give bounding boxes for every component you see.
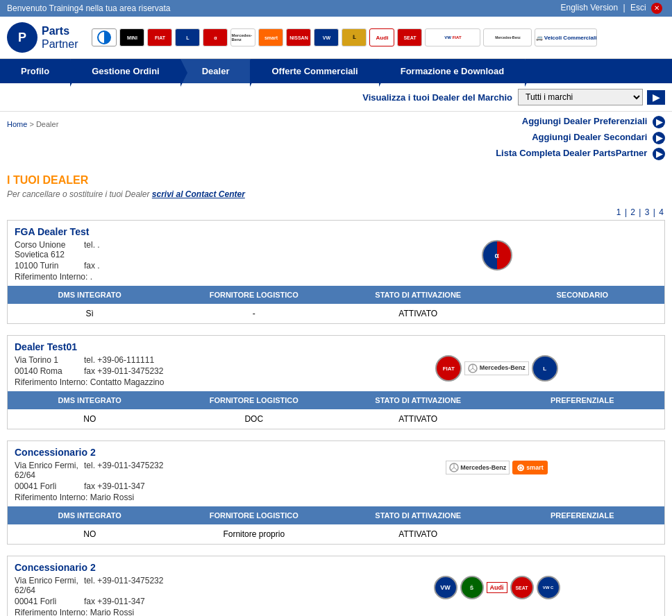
- mercedes-brand-logo: Mercedes-Benz: [230, 28, 255, 46]
- dealer-fga-table-header: DMS INTEGRATO FORNITORE LOGISTICO STATO …: [8, 286, 664, 304]
- dealer-fga-logos: α: [336, 240, 657, 271]
- dealer-fga-tel: tel. .: [84, 240, 100, 259]
- vw-brand-logo: VW: [314, 28, 339, 46]
- dealer-fga-address: Corso Unione Sovietica 612 tel. . 10100 …: [15, 240, 336, 283]
- vw-logo-conc2b: VW: [434, 576, 457, 599]
- add-sec-arrow-icon: ▶: [653, 132, 665, 144]
- dealer-fga-name: FGA Dealer Test: [15, 226, 657, 237]
- dealer-conc2a-ref: Riferimento Interno: Mario Rossi: [15, 493, 336, 502]
- breadcrumb-home-link[interactable]: Home: [7, 120, 27, 128]
- dealer-card-fga: FGA Dealer Test Corso Unione Sovietica 6…: [7, 220, 665, 324]
- page-4-link[interactable]: 4: [659, 207, 664, 217]
- page-1-link[interactable]: 1: [616, 207, 621, 217]
- add-preferenziali-link[interactable]: Aggiungi Dealer Preferenziali ▶: [522, 116, 665, 128]
- page-3-link[interactable]: 3: [645, 207, 650, 217]
- dealer-test01-table-header: DMS INTEGRATO FORNITORE LOGISTICO STATO …: [8, 391, 664, 409]
- seat-brand-logo: SEAT: [397, 28, 422, 46]
- audi-brand-logo: Audi: [369, 28, 394, 46]
- nav-bar: Profilo Gestione Ordini Dealer Offerte C…: [0, 59, 672, 83]
- breadcrumb: Home > Dealer: [7, 116, 58, 132]
- audi-logo-conc2b: Audi: [487, 582, 507, 593]
- marchio-select[interactable]: Tutti i marchiAlfa RomeoFiatMercedes-Ben…: [518, 89, 643, 105]
- vw-group-logo: VW FIAT: [425, 28, 480, 46]
- dealer-fga-table-row: Sì - ATTIVATO: [8, 304, 664, 323]
- visualizza-label: Visualizza i tuoi Dealer del Marchio: [362, 92, 512, 103]
- dealer-conc2a-city: 00041 Forlì: [15, 481, 84, 491]
- exit-link[interactable]: Esci: [630, 3, 646, 12]
- action-link-lista[interactable]: Lista Completa Dealer PartsPartner ▶: [496, 148, 665, 162]
- brand-logos-bar: MINI FIAT L α Mercedes-Benz smart NISSAN…: [92, 28, 597, 46]
- action-links-area: Aggiungi Dealer Preferenziali ▶ Aggiungi…: [496, 116, 665, 162]
- english-version-link[interactable]: English Version: [560, 3, 618, 12]
- lamborghini-brand-logo: 𝕃: [342, 28, 367, 46]
- dealer-conc2b-name: Concessionario 2: [15, 562, 657, 573]
- page-2-link[interactable]: 2: [630, 207, 635, 217]
- mini-brand-logo: MINI: [119, 28, 144, 46]
- bmw-brand-logo: [92, 28, 117, 46]
- add-secondari-link[interactable]: Aggiungi Dealer Secondari ▶: [532, 132, 665, 144]
- dealer-test01-addr1: Via Torino 1: [15, 355, 84, 365]
- breadcrumb-current: Dealer: [36, 120, 58, 128]
- lancia-circle-logo: L: [532, 355, 558, 382]
- logo-icon: P: [7, 22, 37, 53]
- add-pref-arrow-icon: ▶: [653, 116, 665, 128]
- vwcom-logo-conc2b: VW C: [537, 576, 560, 599]
- dealer-fga-city: 10100 Turin: [15, 261, 84, 271]
- logo-parts: Parts: [42, 24, 78, 37]
- nav-profilo[interactable]: Profilo: [0, 59, 71, 83]
- dealer-card-test01: Dealer Test01 Via Torino 1 tel. +39-06-1…: [7, 335, 665, 429]
- dealer-conc2a-logos: Mercedes-Benz ⊛ smart: [336, 461, 657, 474]
- dealer-conc2b-city: 00041 Forlì: [15, 597, 84, 606]
- alfa-brand-logo: α: [203, 28, 228, 46]
- dealer-conc2b-fax: fax +39-011-347: [84, 597, 145, 606]
- dealer-test01-address: Via Torino 1 tel. +39-06-111111 00140 Ro…: [15, 355, 336, 388]
- dealer-conc2a-info-row: Via Enrico Fermi, 62/64 tel. +39-011-347…: [15, 461, 657, 504]
- nav-gestione-ordini[interactable]: Gestione Ordini: [71, 59, 181, 83]
- action-link-add-pref[interactable]: Aggiungi Dealer Preferenziali ▶: [522, 116, 665, 130]
- smart-brand-logo: smart: [258, 28, 283, 46]
- seat-logo-conc2b: SEAT: [510, 576, 534, 599]
- dealer-section-title: I TUOI DEALER: [7, 174, 665, 187]
- nav-offerte-commerciali[interactable]: Offerte Commerciali: [251, 59, 379, 83]
- dealer-card-conc2a: Concessionario 2 Via Enrico Fermi, 62/64…: [7, 440, 665, 545]
- dealer-test01-info-row: Via Torino 1 tel. +39-06-111111 00140 Ro…: [15, 355, 657, 388]
- dealer-conc2a-fax: fax +39-011-347: [84, 481, 145, 491]
- dealer-fga-info-row: Corso Unione Sovietica 612 tel. . 10100 …: [15, 240, 657, 283]
- action-link-add-sec[interactable]: Aggiungi Dealer Secondari ▶: [532, 132, 665, 146]
- lancia-brand-logo: L: [175, 28, 200, 46]
- exit-icon[interactable]: ✕: [651, 3, 662, 14]
- logo-area: P Parts Partner: [7, 22, 78, 53]
- dealer-conc2b-tel: tel. +39-011-3475232: [84, 576, 163, 595]
- dealer-conc2a-address: Via Enrico Fermi, 62/64 tel. +39-011-347…: [15, 461, 336, 504]
- dealer-card-conc2b: Concessionario 2 Via Enrico Fermi, 62/64…: [7, 556, 665, 616]
- dealer-conc2a-addr1: Via Enrico Fermi, 62/64: [15, 461, 84, 480]
- top-bar: Benvenuto Training4 nella tua area riser…: [0, 0, 672, 17]
- dealer-fga-fax: fax .: [84, 261, 100, 271]
- logo-bar: P Parts Partner MINI FIAT L α Mercedes-B…: [0, 17, 672, 59]
- dealer-conc2b-ref: Riferimento Interno: Mario Rossi: [15, 608, 336, 616]
- breadcrumb-separator: >: [29, 120, 33, 128]
- mercedes-right-logo: Mercedes-Benz: [483, 28, 532, 46]
- veicoli-commerciali-logo: 🚐 Veicoli Commerciali: [535, 28, 597, 46]
- main-content: Home > Dealer Aggiungi Dealer Preferenzi…: [0, 112, 672, 616]
- dealer-card-conc2a-header: Concessionario 2 Via Enrico Fermi, 62/64…: [8, 441, 664, 506]
- dealer-conc2b-logos: VW Š Audi SEAT VW C: [336, 576, 657, 599]
- dealer-section-subtitle: Per cancellare o sostituire i tuoi Deale…: [7, 189, 665, 199]
- dealer-card-fga-header: FGA Dealer Test Corso Unione Sovietica 6…: [8, 221, 664, 286]
- visualizza-go-button[interactable]: ▶: [647, 90, 665, 105]
- lista-completa-link[interactable]: Lista Completa Dealer PartsPartner ▶: [496, 148, 665, 160]
- dealer-conc2b-addr1: Via Enrico Fermi, 62/64: [15, 576, 84, 595]
- contact-center-link[interactable]: scrivi al Contact Center: [152, 189, 245, 199]
- dealer-test01-city: 00140 Roma: [15, 366, 84, 376]
- nav-formazione-download[interactable]: Formazione e Download: [380, 59, 526, 83]
- smart-logo-conc2a: ⊛ smart: [512, 461, 548, 474]
- fiat-circle-logo: FIAT: [435, 355, 462, 382]
- nav-dealer[interactable]: Dealer: [181, 59, 251, 83]
- dealer-test01-ref: Riferimento Interno: Contatto Magazzino: [15, 377, 336, 387]
- mercedes-logo-conc2a: Mercedes-Benz: [446, 461, 510, 474]
- dealer-conc2b-info-row: Via Enrico Fermi, 62/64 tel. +39-011-347…: [15, 576, 657, 616]
- mercedes-text-logo: Mercedes-Benz: [464, 361, 529, 375]
- dealer-test01-tel: tel. +39-06-111111: [84, 355, 154, 365]
- lista-arrow-icon: ▶: [653, 148, 665, 160]
- pagination-top: 1 | 2 | 3 | 4: [7, 205, 665, 220]
